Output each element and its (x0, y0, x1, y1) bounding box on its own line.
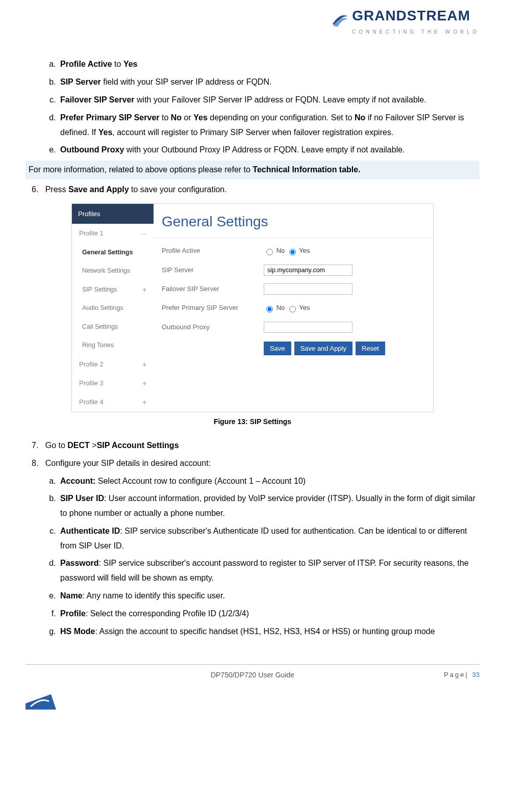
item-profile: Profile: Select the corresponding Profil… (58, 607, 479, 621)
brand-name: GRANDSTREAM (352, 8, 470, 23)
item-failover: Failover SIP Server with your Failover S… (58, 93, 479, 108)
save-button[interactable]: Save (264, 342, 291, 355)
input-sip-server[interactable] (264, 265, 352, 276)
sidebar-item-profile1[interactable]: Profile 1 (72, 224, 154, 243)
control-prefer: No Yes (264, 302, 425, 313)
radio-profile-active-yes[interactable] (289, 249, 296, 255)
footer-badge-icon (26, 694, 56, 710)
svg-marker-0 (26, 694, 56, 710)
collapse-icon (141, 227, 146, 239)
expand-icon (142, 284, 146, 296)
label-outbound: Outbound Proxy (162, 321, 264, 333)
brand-tagline: CONNECTING THE WORLD (352, 28, 479, 37)
label-failover: Failover SIP Server (162, 283, 264, 295)
figure-sidebar: Profiles Profile 1 General Settings Netw… (72, 204, 154, 412)
label-sip-server: SIP Server (162, 264, 264, 276)
sidebar-item-profile2[interactable]: Profile 2 (72, 355, 154, 374)
config-sublist-2: Account: Select Account row to configure… (26, 474, 479, 639)
sidebar-item-profile4[interactable]: Profile 4 (72, 392, 154, 411)
figure-main-panel: General Settings Profile Active No Yes S… (154, 204, 433, 412)
panel-title: General Settings (154, 204, 433, 238)
step-8: 8. Configure your SIP details in desired… (26, 456, 479, 471)
expand-icon (142, 396, 146, 408)
item-auth-id: Authenticate ID: SIP service subscriber'… (58, 524, 479, 554)
input-failover[interactable] (264, 283, 352, 295)
save-apply-button[interactable]: Save and Apply (294, 342, 352, 355)
item-outbound-proxy: Outbound Proxy with your Outbound Proxy … (58, 143, 479, 158)
step-6: 6. Press Save and Apply to save your con… (26, 182, 479, 197)
item-profile-active: Profile Active to Yes (58, 57, 479, 72)
item-password: Password: SIP service subscriber's accou… (58, 556, 479, 586)
reset-button[interactable]: Reset (356, 342, 385, 355)
brand-header: GRANDSTREAM CONNECTING THE WORLD (26, 3, 479, 37)
footer-title: DP750/DP720 User Guide (97, 669, 408, 682)
page-footer: DP750/DP720 User Guide Page| 33 (26, 664, 479, 682)
figure-caption: Figure 13: SIP Settings (26, 415, 479, 428)
label-prefer-primary: Prefer Primary SIP Server (162, 302, 264, 313)
step-7: 7. Go to DECT >SIP Account Settings (26, 438, 479, 453)
footer-page: Page| 33 (408, 669, 479, 682)
item-account: Account: Select Account row to configure… (58, 474, 479, 489)
sidebar-sub-network[interactable]: Network Settings (72, 261, 154, 280)
figure-sip-settings: Profiles Profile 1 General Settings Netw… (71, 203, 434, 412)
item-hs-mode: HS Mode: Assign the account to specific … (58, 624, 479, 639)
item-name: Name: Any name to identify this specific… (58, 589, 479, 604)
sidebar-sub-sip[interactable]: SIP Settings (72, 280, 154, 299)
radio-profile-active-no[interactable] (266, 249, 273, 255)
item-sip-server: SIP Server field with your SIP server IP… (58, 75, 479, 90)
control-profile-active: No Yes (264, 245, 425, 256)
sidebar-sub-ring[interactable]: Ring Tones (72, 336, 154, 355)
config-sublist-1: Profile Active to Yes SIP Server field w… (26, 57, 479, 158)
sidebar-item-profile3[interactable]: Profile 3 (72, 374, 154, 392)
sidebar-sub-call[interactable]: Call Settings (72, 318, 154, 336)
sidebar-sub-general[interactable]: General Settings (72, 243, 154, 262)
radio-prefer-yes[interactable] (289, 306, 296, 312)
sidebar-sub-audio[interactable]: Audio Settings (72, 299, 154, 318)
expand-icon (142, 358, 146, 370)
sidebar-head-profiles[interactable]: Profiles (72, 204, 154, 224)
input-outbound[interactable] (264, 322, 352, 333)
item-sip-user-id: SIP User ID: User account information, p… (58, 491, 479, 521)
info-note: For more information, related to above o… (26, 161, 479, 179)
radio-prefer-no[interactable] (266, 306, 273, 312)
brand-swoosh-icon (332, 11, 349, 29)
item-prefer-primary: Prefer Primary SIP Server to No or Yes d… (58, 111, 479, 140)
expand-icon (142, 377, 146, 389)
label-profile-active: Profile Active (162, 245, 264, 256)
